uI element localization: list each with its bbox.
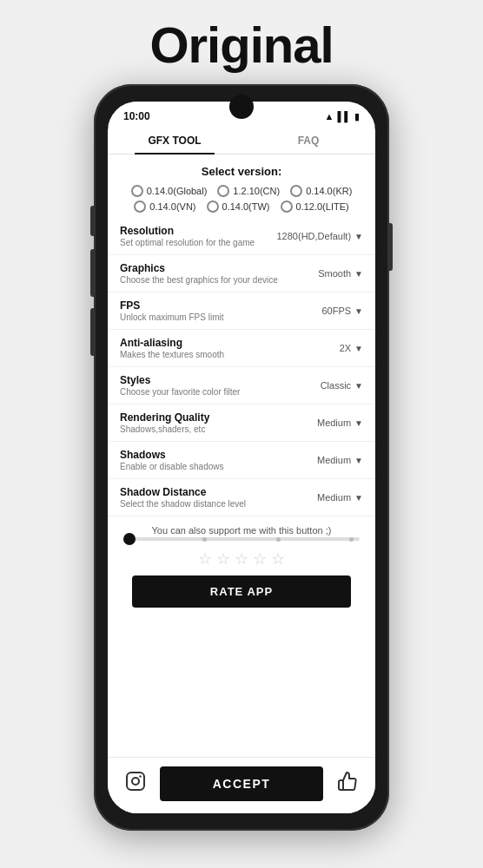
setting-info-resolution: Resolution Set optimal resolution for th… — [120, 225, 277, 247]
radio-cn[interactable] — [217, 185, 229, 197]
instagram-icon[interactable] — [125, 771, 146, 797]
setting-desc-styles: Choose your favorite color filter — [120, 387, 321, 397]
slider-track[interactable] — [123, 537, 360, 541]
volume-down-button — [90, 308, 94, 356]
radio-global[interactable] — [131, 185, 143, 197]
star-3[interactable]: ☆ — [235, 549, 248, 569]
setting-value-shadow-distance[interactable]: Medium ▼ — [317, 492, 363, 503]
version-row-2: 0.14.0(VN) 0.14.0(TW) 0.12.0(LITE) — [120, 201, 363, 213]
signal-icon: ▌▌ — [337, 111, 351, 122]
version-row-1: 0.14.0(Global) 1.2.10(CN) 0.14.0(KR) — [120, 185, 363, 197]
slider-dots — [123, 537, 360, 542]
tab-faq[interactable]: FAQ — [242, 126, 375, 154]
status-time: 10:00 — [123, 110, 150, 122]
setting-value-styles[interactable]: Classic ▼ — [321, 380, 363, 391]
dropdown-arrow-rendering-quality: ▼ — [354, 418, 363, 428]
setting-row-shadows: Shadows Enable or disable shadows Medium… — [108, 442, 375, 479]
star-1[interactable]: ☆ — [198, 549, 212, 569]
setting-desc-resolution: Set optimal resolution for the game — [120, 238, 277, 247]
dropdown-arrow-styles: ▼ — [354, 381, 363, 391]
version-title: Select version: — [120, 165, 363, 178]
svg-rect-0 — [127, 773, 144, 790]
slider-thumb[interactable] — [123, 533, 136, 545]
setting-row-fps: FPS Unlock maximum FPS limit 60FPS ▼ — [108, 293, 375, 330]
setting-info-rendering-quality: Rendering Quality Shadows,shaders, etc — [120, 411, 317, 434]
radio-kr[interactable] — [290, 185, 302, 197]
setting-label-anti-aliasing: Anti-aliasing — [120, 337, 340, 349]
setting-info-fps: FPS Unlock maximum FPS limit — [120, 299, 321, 322]
bottom-bar: ACCEPT — [108, 757, 375, 813]
version-option-cn[interactable]: 1.2.10(CN) — [217, 185, 280, 197]
setting-row-resolution: Resolution Set optimal resolution for th… — [108, 218, 375, 255]
setting-label-resolution: Resolution — [120, 225, 277, 237]
setting-value-anti-aliasing[interactable]: 2X ▼ — [340, 343, 363, 353]
setting-label-shadows: Shadows — [120, 449, 317, 461]
setting-row-shadow-distance: Shadow Distance Select the shadow distan… — [108, 479, 375, 516]
setting-value-rendering-quality[interactable]: Medium ▼ — [317, 418, 363, 428]
rate-app-button[interactable]: RATE APP — [132, 575, 351, 608]
setting-info-anti-aliasing: Anti-aliasing Makes the textures smooth — [120, 337, 340, 359]
radio-vn[interactable] — [134, 201, 146, 213]
phone-notch — [229, 95, 254, 119]
setting-desc-fps: Unlock maximum FPS limit — [120, 312, 321, 322]
settings-list: Resolution Set optimal resolution for th… — [108, 218, 375, 516]
power-button — [389, 223, 393, 271]
setting-desc-shadow-distance: Select the shadow distance level — [120, 499, 317, 509]
tab-gfx-tool[interactable]: GFX TOOL — [108, 126, 242, 154]
radio-lite[interactable] — [281, 201, 293, 213]
setting-value-graphics[interactable]: Smooth ▼ — [318, 268, 363, 279]
version-option-vn[interactable]: 0.14.0(VN) — [134, 201, 195, 213]
slider-dot-3 — [276, 537, 281, 542]
setting-row-styles: Styles Choose your favorite color filter… — [108, 367, 375, 404]
setting-value-shadows[interactable]: Medium ▼ — [317, 455, 363, 465]
setting-label-shadow-distance: Shadow Distance — [120, 486, 317, 498]
setting-info-styles: Styles Choose your favorite color filter — [120, 374, 321, 397]
dropdown-arrow-fps: ▼ — [354, 306, 363, 316]
tab-bar: GFX TOOL FAQ — [108, 126, 375, 155]
star-5[interactable]: ☆ — [271, 549, 285, 569]
thumbsup-icon[interactable] — [337, 771, 358, 797]
phone-frame: 10:00 ▲ ▌▌ ▮ GFX TOOL FAQ Select version… — [94, 84, 389, 831]
setting-desc-graphics: Choose the best graphics for your device — [120, 275, 318, 285]
volume-silent-button — [90, 206, 94, 236]
star-rating[interactable]: ☆ ☆ ☆ ☆ ☆ — [120, 549, 363, 569]
setting-row-graphics: Graphics Choose the best graphics for yo… — [108, 255, 375, 293]
setting-label-fps: FPS — [120, 299, 321, 312]
setting-row-rendering-quality: Rendering Quality Shadows,shaders, etc M… — [108, 404, 375, 442]
version-option-kr[interactable]: 0.14.0(KR) — [290, 185, 352, 197]
setting-info-shadow-distance: Shadow Distance Select the shadow distan… — [120, 486, 317, 509]
slider-dot-4 — [349, 537, 354, 542]
version-option-tw[interactable]: 0.14.0(TW) — [207, 201, 270, 213]
svg-point-1 — [132, 778, 139, 785]
status-icons: ▲ ▌▌ ▮ — [325, 111, 360, 122]
dropdown-arrow-graphics: ▼ — [354, 269, 363, 279]
volume-up-button — [90, 249, 94, 297]
star-4[interactable]: ☆ — [253, 549, 267, 569]
star-2[interactable]: ☆ — [216, 549, 230, 569]
setting-info-shadows: Shadows Enable or disable shadows — [120, 449, 317, 471]
setting-desc-rendering-quality: Shadows,shaders, etc — [120, 424, 317, 434]
version-option-global[interactable]: 0.14.0(Global) — [131, 185, 208, 197]
setting-value-fps[interactable]: 60FPS ▼ — [321, 306, 363, 316]
support-text: You can also support me with this button… — [120, 525, 363, 536]
battery-icon: ▮ — [354, 111, 360, 122]
wifi-icon: ▲ — [325, 111, 334, 122]
setting-label-rendering-quality: Rendering Quality — [120, 411, 317, 424]
setting-row-anti-aliasing: Anti-aliasing Makes the textures smooth … — [108, 330, 375, 367]
svg-point-2 — [139, 775, 141, 777]
accept-button[interactable]: ACCEPT — [160, 766, 323, 801]
setting-info-graphics: Graphics Choose the best graphics for yo… — [120, 262, 318, 285]
setting-value-resolution[interactable]: 1280(HD,Default) ▼ — [277, 231, 364, 241]
dropdown-arrow-anti-aliasing: ▼ — [354, 344, 363, 353]
setting-label-graphics: Graphics — [120, 262, 318, 274]
setting-desc-anti-aliasing: Makes the textures smooth — [120, 350, 340, 359]
setting-label-styles: Styles — [120, 374, 321, 386]
dropdown-arrow-shadows: ▼ — [354, 456, 363, 465]
version-option-lite[interactable]: 0.12.0(LITE) — [281, 201, 349, 213]
phone-screen: 10:00 ▲ ▌▌ ▮ GFX TOOL FAQ Select version… — [108, 102, 375, 813]
radio-tw[interactable] — [207, 201, 219, 213]
version-section: Select version: 0.14.0(Global) 1.2.10(CN… — [108, 155, 375, 218]
main-content: Select version: 0.14.0(Global) 1.2.10(CN… — [108, 155, 375, 757]
version-grid: 0.14.0(Global) 1.2.10(CN) 0.14.0(KR) — [120, 185, 363, 213]
dropdown-arrow-resolution: ▼ — [354, 232, 363, 241]
